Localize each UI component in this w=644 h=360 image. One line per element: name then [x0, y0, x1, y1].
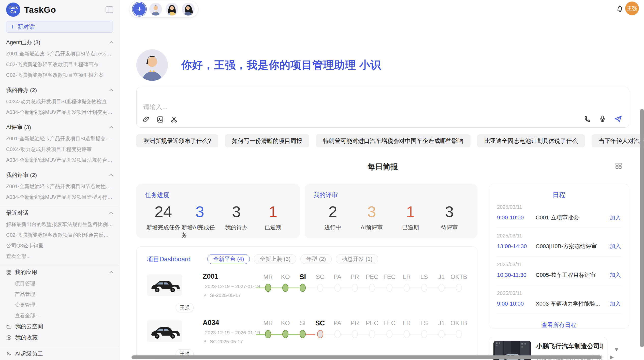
sidebar-item-ai-employee[interactable]: AI超级员工 — [6, 348, 113, 359]
milestone-dot — [300, 330, 306, 338]
section-ai-review[interactable]: AI评审 (3) — [6, 122, 113, 133]
sidebar-collapse-icon[interactable] — [106, 6, 113, 13]
suggestion-chip[interactable]: 当下年轻人对汽车外观有怎样的喜好趋势 — [592, 134, 644, 147]
dashboard-header: 项目Dashboard 全新平台 (4) 全新上装 (3) 年型 (2) 动总开… — [147, 254, 467, 264]
avatar[interactable] — [149, 3, 162, 16]
list-item[interactable]: Z001-全新燃油轻卡产品开发项目SI节点属性5D文件评审 — [6, 181, 113, 192]
suggestion-chip[interactable]: 比亚迪全固态电池计划具体说了什么 — [477, 134, 585, 147]
milestone-dot — [369, 330, 375, 338]
list-item[interactable]: A034-全新新能源MUV产品开发项目计划变更表编写 — [6, 107, 113, 117]
sidebar-item-favorites[interactable]: 我的收藏 — [6, 332, 113, 343]
dashboard-tabs: 全新平台 (4) 全新上装 (3) 年型 (2) 动总开发 (1) — [207, 254, 378, 264]
news-title: 小鹏飞行汽车制造公司增资 — [536, 342, 603, 350]
section-my-apps[interactable]: 我的应用 — [6, 266, 113, 278]
section-agent-done[interactable]: Agent已办 (3) — [6, 37, 113, 48]
new-chat-button[interactable]: + 新对话 — [6, 21, 113, 33]
vertical-scrollbar[interactable] — [640, 109, 644, 347]
join-link[interactable]: 加入 — [610, 243, 621, 250]
list-item[interactable]: C02-飞腾新能源轻客改款项目的闭环通告反馈情况 — [6, 230, 113, 240]
sidebar-item-change-mgmt[interactable]: 变更管理 — [6, 299, 113, 310]
list-item[interactable]: C0X4-动力总成开发项目工程变更评审 — [6, 144, 113, 155]
image-icon[interactable] — [156, 116, 164, 123]
list-item[interactable]: C02-飞腾新能源轻客改款项目立项汇报方案 — [6, 70, 113, 80]
list-item[interactable]: Z001-全新燃油皮卡产品开发项目SI节点Lesson Learn报告 — [6, 48, 113, 59]
section-my-todo[interactable]: 我的待办 (2) — [6, 84, 113, 96]
view-all-schedule-link[interactable]: 查看所有日程 — [497, 321, 621, 329]
milestone: PEC — [364, 319, 380, 338]
suggestion-chip[interactable]: 如何写一份清晰的项目周报 — [225, 134, 309, 147]
list-item[interactable]: Z001-全新燃油轻卡产品开发项目SI造型提交物评审 — [6, 133, 113, 144]
car-image — [147, 274, 182, 296]
list-item[interactable]: 解释最新出台的欧盟报废车法规再生塑料比例被调至15%... — [6, 219, 113, 230]
card-title: 任务进度 — [145, 191, 291, 199]
project-owner-badge: 王强 — [176, 303, 194, 312]
milestone-dot — [300, 284, 306, 292]
milestone: LR — [399, 319, 415, 338]
stat-value: 3 — [195, 203, 204, 221]
list-item[interactable]: C02-飞腾新能源轻客改款项目里程碑画布 — [6, 59, 113, 70]
send-icon[interactable] — [614, 115, 622, 123]
avatar-woman-illustration — [166, 3, 178, 16]
notification-bell-icon[interactable] — [616, 5, 624, 13]
avatar[interactable] — [166, 3, 178, 16]
event-date: 2025/03/11 — [497, 262, 621, 267]
project-dates-text: 2023-12-19 ~ 2027-01-19 — [205, 284, 260, 289]
section-recent-chats[interactable]: 最近对话 — [6, 207, 113, 219]
scroll-right-arrow[interactable] — [610, 355, 614, 359]
schedule-title: 日程 — [497, 191, 621, 199]
avatar[interactable] — [182, 3, 195, 16]
view-all-chats[interactable]: 查看全部... — [6, 251, 113, 262]
stat-label: 新增AI完成任务 — [182, 224, 218, 239]
scissors-icon[interactable] — [170, 116, 178, 123]
milestone-dot — [265, 284, 271, 292]
join-link[interactable]: 加入 — [610, 300, 621, 308]
milestone-dot — [317, 284, 323, 292]
schedule-event: 2025/03/11 9:00-10:00 X003-车辆动力学性能验... 加… — [497, 285, 621, 314]
user-avatar[interactable]: 王强 — [625, 2, 639, 15]
chat-input[interactable] — [137, 87, 629, 127]
sidebar-item-label: 我的云空间 — [15, 323, 43, 330]
stat-new-ai-done: 3 新增AI完成任务 — [182, 203, 218, 239]
stat-value: 3 — [445, 203, 453, 221]
microphone-icon[interactable] — [598, 115, 607, 123]
suggestion-chip[interactable]: 特朗普可能对进口汽车增税会对中国车企造成哪些影响 — [316, 134, 471, 147]
sidebar-item-label: AI超级员工 — [15, 350, 43, 357]
view-all-apps[interactable]: 查看全部... — [6, 310, 113, 321]
sidebar-item-project-mgmt[interactable]: 项目管理 — [6, 278, 113, 289]
schedule-event: 2025/03/11 9:00-10:00 C001-立项审批会 加入 — [497, 199, 621, 228]
tab-new-platform[interactable]: 全新平台 (4) — [207, 254, 250, 264]
stat-value: 1 — [406, 203, 415, 221]
horizontal-scrollbar[interactable] — [131, 355, 602, 359]
stat-label: 已逾期 — [402, 224, 419, 231]
section-title: Agent已办 (3) — [6, 39, 40, 46]
tab-powertrain[interactable]: 动总开发 (1) — [336, 254, 378, 264]
divider — [0, 265, 119, 265]
milestone: LR — [399, 273, 415, 292]
join-link[interactable]: 加入 — [610, 271, 621, 279]
tab-new-body[interactable]: 全新上装 (3) — [254, 254, 296, 264]
section-title: AI评审 (3) — [6, 124, 31, 131]
stat-review-overdue: 1 已逾期 — [391, 203, 430, 231]
section-my-review[interactable]: 我的评审 (2) — [6, 169, 113, 181]
milestone-dot — [317, 330, 323, 338]
paperclip-icon[interactable] — [143, 116, 150, 123]
list-item[interactable]: A034-全新新能源MUV产品开发项目造型可行性评审 — [6, 192, 113, 202]
sidebar-item-cloud-space[interactable]: 我的云空间 — [6, 321, 113, 332]
list-item[interactable]: A034-全新新能源MUV产品开发项目法规符合性评审 — [6, 155, 113, 165]
list-item[interactable]: 公司Q3轻卡销量 — [6, 240, 113, 251]
suggestion-chip[interactable]: 欧洲新规最近颁布了什么? — [136, 134, 218, 147]
phone-call-icon[interactable] — [583, 115, 591, 123]
join-link[interactable]: 加入 — [610, 214, 621, 221]
project-thumbnail: 王强 — [147, 320, 182, 356]
tab-year-model[interactable]: 年型 (2) — [300, 254, 332, 264]
project-dates-text: 2023-12-19 ~ 2026-01-19 — [205, 330, 260, 336]
sidebar-item-product-mgmt[interactable]: 产品管理 — [6, 289, 113, 299]
add-collaborator-button[interactable]: + — [133, 3, 146, 16]
project-info: A034 2023-12-19 ~ 2026-01-19 SC-2025-05-… — [203, 319, 252, 356]
scroll-down-arrow[interactable] — [614, 348, 619, 351]
project-row[interactable]: 王强 Z001 2023-12-19 ~ 2027-01-19 — [147, 273, 467, 310]
list-item[interactable]: C0X4-动力总成开发项目SI里程碑提交物检查 — [6, 96, 113, 107]
layout-grid-icon[interactable] — [615, 162, 622, 169]
project-row[interactable]: 王强 A034 2023-12-19 ~ 2026-01-19 — [147, 319, 467, 356]
stat-label: 新增完成任务 — [147, 224, 180, 231]
